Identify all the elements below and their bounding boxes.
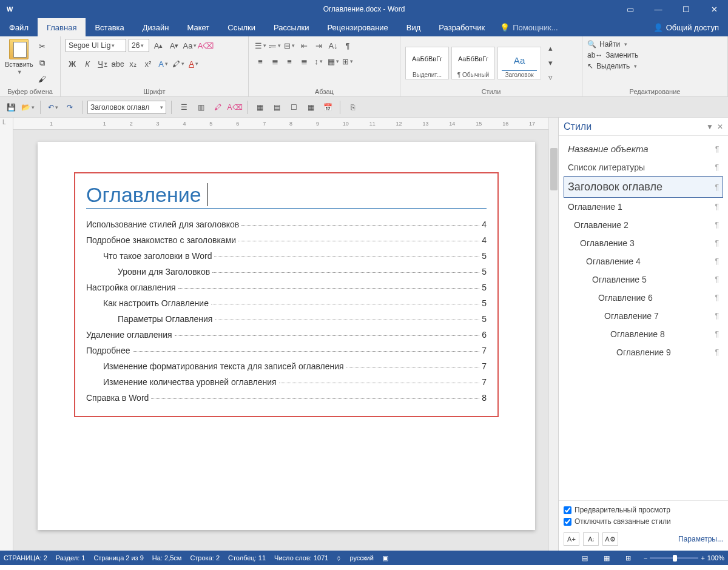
tab-references[interactable]: Ссылки (218, 18, 265, 36)
tool-icon-6[interactable]: ⎘ (345, 100, 360, 115)
tab-insert[interactable]: Вставка (86, 18, 133, 36)
zoom-level[interactable]: 100% (707, 554, 724, 562)
status-lang[interactable]: русский (349, 554, 373, 562)
tab-home[interactable]: Главная (38, 18, 86, 36)
pane-dropdown-icon[interactable]: ▼ (706, 122, 713, 131)
clear-formatting-button[interactable]: A⌫ (199, 39, 212, 52)
style-emphasis[interactable]: АаБбВвГг Выделит... (405, 47, 449, 79)
tool-icon-4[interactable]: ▦ (303, 100, 318, 115)
tool-icon-2[interactable]: ▤ (269, 100, 284, 115)
align-right-button[interactable]: ≡ (283, 55, 296, 68)
toc-entry[interactable]: Уровни для Заголовков5 (86, 267, 487, 277)
line-spacing-button[interactable]: ↕▾ (312, 55, 325, 68)
minimize-button[interactable]: ― (644, 0, 672, 18)
zoom-slider[interactable] (650, 557, 698, 559)
show-marks-button[interactable]: ¶ (341, 39, 354, 52)
status-words[interactable]: Число слов: 1071 (274, 554, 328, 562)
pane-close-icon[interactable]: ✕ (717, 122, 723, 131)
open-icon[interactable]: 📂▾ (21, 100, 35, 115)
linked-styles-checkbox[interactable]: Отключить связанные стили (564, 517, 723, 526)
increase-indent-button[interactable]: ⇥ (312, 39, 325, 52)
style-list-item[interactable]: Оглавление 7¶ (564, 307, 723, 325)
tool-icon-3[interactable]: ☐ (286, 100, 301, 115)
scrollbar-thumb[interactable] (550, 148, 558, 190)
replace-button[interactable]: ab↔Заменить (587, 51, 638, 59)
style-list-item[interactable]: Оглавление 2¶ (564, 216, 723, 234)
shrink-font-button[interactable]: A▾ (167, 39, 181, 52)
styles-expand[interactable]: ▿ (544, 71, 557, 84)
select-button[interactable]: ↖Выделить▾ (587, 62, 638, 70)
toc-entry[interactable]: Справка в Word8 (86, 393, 487, 403)
bullets-icon[interactable]: ☰ (177, 100, 191, 115)
redo-button[interactable]: ↷ (62, 100, 77, 115)
zoom-in-button[interactable]: + (701, 554, 704, 562)
highlight-icon[interactable]: 🖍 (211, 100, 225, 115)
tool-icon-5[interactable]: 📅 (320, 100, 335, 115)
status-at[interactable]: На: 2,5см (152, 554, 182, 562)
style-combo[interactable]: Заголовок оглавл▾ (87, 101, 166, 114)
tool-icon-1[interactable]: ▦ (252, 100, 267, 115)
toc-entry[interactable]: Использование стилей для заголовков4 (86, 220, 487, 229)
highlight-button[interactable]: 🖍▾ (172, 57, 185, 70)
status-col[interactable]: Столбец: 11 (228, 554, 266, 562)
styles-options-link[interactable]: Параметры... (678, 535, 723, 543)
multilevel-button[interactable]: ⊟▾ (283, 39, 296, 52)
font-color-button[interactable]: A▾ (187, 57, 200, 70)
decrease-indent-button[interactable]: ⇤ (297, 39, 311, 52)
find-button[interactable]: 🔍Найти▾ (587, 40, 638, 49)
tell-me[interactable]: 💡 Помощник... (494, 23, 564, 32)
style-list-item[interactable]: Оглавление 3¶ (564, 234, 723, 252)
format-painter-button[interactable]: 🖌 (36, 73, 49, 86)
style-list-item[interactable]: Оглавление 8¶ (564, 325, 723, 343)
text-effects-button[interactable]: A▾ (157, 57, 170, 70)
grow-font-button[interactable]: A▴ (152, 39, 165, 52)
font-name-combo[interactable]: Segoe UI Lig▾ (66, 39, 126, 52)
toc-title[interactable]: Оглавление (86, 183, 487, 209)
style-list-item[interactable]: Оглавление 5¶ (564, 270, 723, 289)
preview-checkbox[interactable]: Предварительный просмотр (564, 506, 723, 514)
styles-scroll-down[interactable]: ▾ (544, 56, 557, 70)
tab-layout[interactable]: Макет (178, 18, 218, 36)
style-list-item[interactable]: Название объекта¶ (564, 139, 723, 158)
style-heading[interactable]: Аа Заголовок (497, 47, 541, 79)
justify-button[interactable]: ≣ (297, 55, 311, 68)
style-list-item[interactable]: Оглавление 6¶ (564, 289, 723, 307)
superscript-button[interactable]: x² (141, 57, 155, 70)
toc-entry[interactable]: Удаление оглавления6 (86, 330, 487, 340)
toc-entry[interactable]: Изменение форматирования текста для запи… (86, 361, 487, 371)
subscript-button[interactable]: x₂ (126, 57, 140, 70)
style-list-item[interactable]: Оглавление 1¶ (564, 198, 723, 216)
tab-design[interactable]: Дизайн (133, 18, 178, 36)
zoom-out-button[interactable]: − (644, 554, 647, 562)
status-page[interactable]: СТРАНИЦА: 2 (4, 554, 47, 562)
toc-entry[interactable]: Подробнее7 (86, 346, 487, 355)
manage-styles-button[interactable]: A⚙ (602, 532, 618, 546)
columns-icon[interactable]: ▥ (194, 100, 208, 115)
share-button[interactable]: 👤 Общий доступ (644, 23, 728, 32)
document-page[interactable]: Оглавление Использование стилей для заго… (38, 142, 535, 530)
toc-entry[interactable]: Настройка оглавления5 (86, 283, 487, 292)
toc-entry[interactable]: Параметры Оглавления5 (86, 314, 487, 324)
tab-view[interactable]: Вид (397, 18, 430, 36)
toc-entry[interactable]: Как настроить Оглавление5 (86, 298, 487, 308)
erase-icon[interactable]: A⌫ (228, 100, 242, 115)
tab-review[interactable]: Рецензирование (318, 18, 397, 36)
status-macro-icon[interactable]: ▣ (382, 554, 388, 562)
new-style-button[interactable]: A+ (564, 532, 579, 546)
status-insert-icon[interactable]: ⎀ (337, 554, 341, 562)
toc-container[interactable]: Оглавление Использование стилей для заго… (74, 172, 499, 417)
italic-button[interactable]: К (81, 57, 94, 70)
align-left-button[interactable]: ≡ (254, 55, 267, 68)
toc-entry[interactable]: Изменение количества уровней оглавления7 (86, 377, 487, 387)
save-icon[interactable]: 💾 (4, 100, 18, 115)
style-normal[interactable]: АаБбВвГг ¶ Обычный (451, 47, 495, 79)
styles-scroll-up[interactable]: ▴ (544, 42, 557, 55)
bold-button[interactable]: Ж (66, 57, 79, 70)
view-read-button[interactable]: ▤ (578, 552, 592, 563)
font-size-combo[interactable]: 26▾ (129, 39, 149, 52)
status-section[interactable]: Раздел: 1 (56, 554, 86, 562)
status-line[interactable]: Строка: 2 (190, 554, 220, 562)
tab-file[interactable]: Файл (0, 18, 38, 36)
bullets-button[interactable]: ☰▾ (254, 39, 267, 52)
style-list-item[interactable]: Оглавление 9¶ (564, 343, 723, 361)
